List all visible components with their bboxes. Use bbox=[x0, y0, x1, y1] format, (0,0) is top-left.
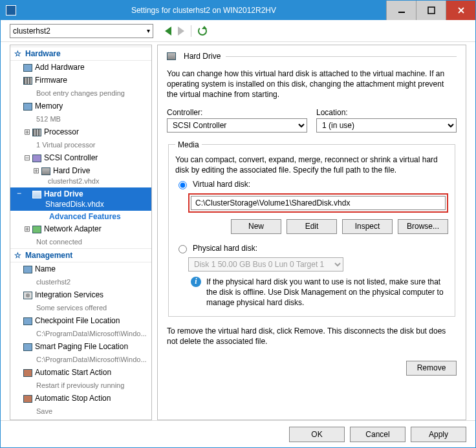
add-hardware-icon bbox=[23, 64, 32, 72]
vhd-path-highlight bbox=[188, 193, 448, 213]
toolbar: clusterhst2 ▾ bbox=[1, 20, 475, 42]
sidebar-processor[interactable]: ⊞Processor bbox=[10, 125, 151, 138]
svg-rect-1 bbox=[428, 7, 435, 14]
network-icon bbox=[32, 226, 41, 233]
radio-physical-disk[interactable] bbox=[178, 245, 187, 253]
location-label: Location: bbox=[316, 108, 457, 117]
processor-icon bbox=[32, 129, 41, 136]
panel-title: Hard Drive bbox=[184, 52, 221, 61]
firmware-icon bbox=[23, 77, 32, 85]
cancel-button[interactable]: Cancel bbox=[350, 427, 406, 442]
inspect-button[interactable]: Inspect bbox=[342, 219, 393, 234]
sidebar-autostop[interactable]: Automatic Stop Action bbox=[10, 392, 151, 405]
new-button[interactable]: New bbox=[231, 219, 281, 234]
svg-rect-0 bbox=[398, 12, 405, 13]
integration-icon bbox=[23, 292, 32, 299]
location-select[interactable]: 1 (in use) bbox=[316, 118, 457, 133]
panel-description: You can change how this virtual hard dis… bbox=[167, 69, 457, 100]
back-icon[interactable] bbox=[165, 27, 171, 36]
sidebar-autostart-sub: Restart if previously running bbox=[10, 379, 151, 392]
sidebar: ☆Hardware Add Hardware Firmware Boot ent… bbox=[10, 45, 152, 420]
controller-label: Controller: bbox=[167, 108, 307, 117]
sidebar-autostop-sub: Save bbox=[10, 405, 151, 418]
info-icon: i bbox=[191, 277, 201, 287]
harddrive-icon bbox=[32, 191, 41, 198]
sidebar-autostart[interactable]: Automatic Start Action bbox=[10, 366, 151, 379]
app-icon bbox=[6, 5, 16, 16]
physical-disk-select: Disk 1 50.00 GB Bus 0 Lun 0 Target 1 bbox=[188, 257, 343, 272]
sidebar-processor-sub: 1 Virtual processor bbox=[10, 138, 151, 151]
name-icon bbox=[23, 266, 32, 273]
forward-icon bbox=[178, 27, 184, 36]
media-legend: Media bbox=[175, 140, 202, 149]
maximize-button[interactable] bbox=[416, 1, 446, 20]
apply-button[interactable]: Apply bbox=[411, 427, 466, 442]
autostart-icon bbox=[23, 369, 32, 377]
minimize-button[interactable] bbox=[386, 1, 416, 20]
close-button[interactable] bbox=[446, 1, 475, 20]
hardware-section[interactable]: ☆Hardware bbox=[10, 47, 151, 61]
sidebar-memory-sub: 512 MB bbox=[10, 112, 151, 125]
remove-button[interactable]: Remove bbox=[406, 361, 457, 376]
physical-disk-info: If the physical hard disk you want to us… bbox=[206, 277, 448, 308]
window-title: Settings for clusterhst2 on WIN2012R2HV bbox=[21, 6, 386, 15]
harddrive-icon bbox=[167, 52, 176, 60]
management-section[interactable]: ☆Management bbox=[10, 248, 151, 262]
sidebar-add-hardware[interactable]: Add Hardware bbox=[10, 61, 151, 74]
sidebar-checkpoint[interactable]: Checkpoint File Location bbox=[10, 314, 151, 327]
checkpoint-icon bbox=[23, 317, 32, 325]
media-group: Media You can compact, convert, expand, … bbox=[168, 140, 455, 317]
sidebar-smartpaging[interactable]: Smart Paging File Location bbox=[10, 340, 151, 353]
harddrive-icon bbox=[41, 167, 50, 175]
vm-selector[interactable]: clusterhst2 ▾ bbox=[10, 24, 153, 38]
footer: OK Cancel Apply bbox=[1, 420, 475, 447]
scsi-icon bbox=[32, 155, 41, 162]
media-description: You can compact, convert, expand, merge,… bbox=[175, 155, 448, 175]
browse-button[interactable]: Browse... bbox=[398, 219, 448, 234]
settings-window: Settings for clusterhst2 on WIN2012R2HV … bbox=[0, 0, 476, 448]
refresh-icon[interactable] bbox=[198, 27, 207, 36]
memory-icon bbox=[23, 103, 32, 111]
sidebar-firmware-sub: Boot entry changes pending bbox=[10, 87, 151, 100]
radio-virtual-disk[interactable] bbox=[178, 181, 187, 189]
sidebar-advanced-features[interactable]: Advanced Features bbox=[10, 211, 151, 222]
vm-selector-value: clusterhst2 bbox=[13, 27, 50, 36]
smartpaging-icon bbox=[23, 343, 32, 351]
sidebar-firmware[interactable]: Firmware bbox=[10, 74, 151, 87]
sidebar-harddrive-1[interactable]: ⊞Hard Driveclusterhst2.vhdx bbox=[10, 164, 151, 187]
titlebar: Settings for clusterhst2 on WIN2012R2HV bbox=[1, 1, 475, 20]
remove-description: To remove the virtual hard disk, click R… bbox=[167, 326, 457, 347]
sidebar-integration[interactable]: Integration Services bbox=[10, 288, 151, 301]
sidebar-memory[interactable]: Memory bbox=[10, 100, 151, 112]
sidebar-scsi[interactable]: ⊟SCSI Controller bbox=[10, 151, 151, 164]
sidebar-name[interactable]: Name bbox=[10, 262, 151, 275]
radio-physical-disk-label: Physical hard disk: bbox=[193, 244, 257, 253]
sidebar-name-sub: clusterhst2 bbox=[10, 275, 151, 288]
sidebar-network[interactable]: ⊞Network Adapter bbox=[10, 222, 151, 235]
controller-select[interactable]: SCSI Controller bbox=[167, 118, 307, 133]
sidebar-smartpaging-sub: C:\ProgramData\Microsoft\Windo... bbox=[10, 353, 151, 366]
vhd-path-input[interactable] bbox=[191, 196, 446, 210]
sidebar-checkpoint-sub: C:\ProgramData\Microsoft\Windo... bbox=[10, 327, 151, 340]
sidebar-integration-sub: Some services offered bbox=[10, 301, 151, 314]
sidebar-harddrive-2[interactable]: Hard DriveSharedDisk.vhdx bbox=[10, 187, 151, 211]
dropdown-icon: ▾ bbox=[147, 27, 150, 34]
edit-button[interactable]: Edit bbox=[287, 219, 337, 234]
ok-button[interactable]: OK bbox=[289, 427, 345, 442]
autostop-icon bbox=[23, 395, 32, 403]
radio-virtual-disk-label: Virtual hard disk: bbox=[193, 180, 250, 189]
sidebar-network-sub: Not connected bbox=[10, 235, 151, 248]
content-panel: Hard Drive You can change how this virtu… bbox=[157, 45, 466, 420]
